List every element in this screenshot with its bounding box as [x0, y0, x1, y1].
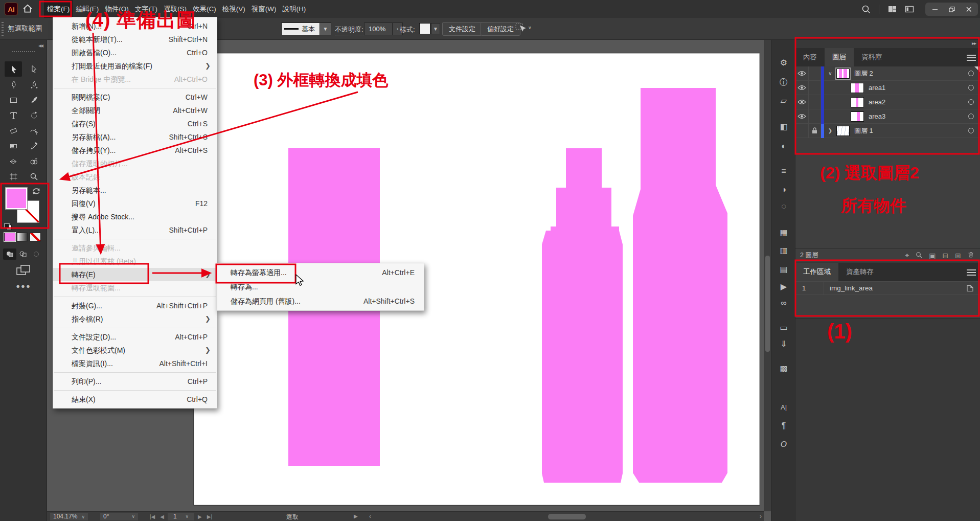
file-menu-item[interactable]: 儲存(S)Ctrl+S — [53, 117, 217, 130]
layer-thumbnail[interactable] — [851, 83, 864, 93]
panel-menu-icon[interactable] — [967, 268, 976, 277]
close-button[interactable] — [960, 3, 977, 15]
workspace-switcher-icon[interactable] — [883, 3, 901, 15]
opacity-field[interactable]: 100% — [364, 22, 393, 35]
chevron-down-icon[interactable]: ▼ — [431, 23, 440, 34]
screen-mode-icon[interactable] — [15, 264, 32, 279]
color-icon[interactable]: ▩ — [771, 362, 796, 375]
shaper-tool[interactable] — [25, 123, 42, 138]
chevron-down-icon[interactable]: ∨ — [824, 71, 836, 76]
type-tool[interactable] — [5, 107, 22, 123]
artboard-page-icon[interactable] — [960, 285, 980, 292]
menubar-item-s[interactable]: 選取(S) — [161, 0, 190, 18]
lock-toggle[interactable] — [809, 66, 821, 81]
export-submenu-item[interactable]: 儲存為網頁用 (舊版)...Alt+Shift+Ctrl+S — [217, 294, 424, 308]
file-menu-item[interactable]: 在 Bridge 中瀏覽...Alt+Ctrl+O — [53, 73, 217, 86]
file-menu-item[interactable]: 搜尋 Adobe Stock... — [53, 210, 217, 223]
file-menu-item[interactable]: 邀請參與編輯... — [53, 241, 217, 255]
restore-button[interactable] — [943, 3, 960, 15]
actions-icon[interactable]: ▶ — [771, 280, 796, 293]
file-menu-item[interactable]: 文件色彩模式(M)❯ — [53, 344, 217, 357]
draw-normal-button[interactable] — [3, 248, 16, 260]
make-clip-mask-icon[interactable]: ▣ — [929, 252, 936, 260]
layer-target-circle[interactable] — [962, 85, 980, 90]
info-icon[interactable]: ⓘ — [771, 76, 796, 89]
previous-artboard-button[interactable]: ◀ — [160, 514, 164, 519]
file-menu-item[interactable]: 打開最近使用過的檔案(F)❯ — [53, 59, 217, 73]
swatches-icon[interactable]: ▦ — [771, 226, 796, 239]
file-menu-item[interactable]: 置入(L)...Shift+Ctrl+P — [53, 223, 217, 237]
file-menu-item[interactable]: 新增(N)...Ctrl+N — [53, 19, 217, 33]
panel-grip[interactable] — [2, 22, 4, 36]
character-icon[interactable]: A| — [771, 401, 796, 414]
horizontal-scrollbar-thumb[interactable] — [548, 514, 586, 519]
draw-behind-button[interactable] — [16, 248, 30, 260]
layer-row[interactable]: area3 — [795, 109, 980, 124]
file-menu-item[interactable]: 指令檔(R)❯ — [53, 312, 217, 326]
layer-thumbnail[interactable] — [851, 97, 864, 107]
next-artboard-button[interactable]: ▶ — [198, 514, 202, 519]
document-arrangement-icon[interactable] — [901, 3, 918, 15]
menubar-item-o[interactable]: 物件(O) — [102, 0, 132, 18]
selection-options-icon[interactable]: ∨ — [515, 22, 532, 33]
stroke-icon[interactable]: ≡ — [771, 165, 796, 178]
layer-name[interactable]: area2 — [864, 98, 962, 106]
style-swatch[interactable] — [419, 23, 430, 34]
menubar-item-t[interactable]: 文字(T) — [132, 0, 161, 18]
status-menu-arrow-icon[interactable]: ▶ — [354, 513, 358, 519]
layer-thumbnail[interactable] — [851, 111, 864, 122]
align-icon[interactable]: ▥ — [771, 244, 796, 257]
opacity-label[interactable]: 不透明度: — [335, 25, 363, 35]
panel-collapse-chevrons[interactable]: ▸▸ — [795, 40, 980, 48]
layer-target-circle[interactable] — [962, 128, 980, 133]
file-menu-item[interactable]: 從範本新增(T)...Shift+Ctrl+N — [53, 33, 217, 46]
selection-tool[interactable] — [5, 61, 22, 77]
swap-fill-stroke-icon[interactable] — [32, 187, 42, 198]
layer-row[interactable]: ❯圖層 1 — [795, 124, 980, 138]
layer-target-circle[interactable] — [962, 99, 980, 105]
horizontal-scrollbar[interactable]: ‹ › — [369, 513, 762, 520]
file-menu-item[interactable]: 轉存選取範圍... — [53, 281, 217, 295]
zoom-tool[interactable] — [25, 169, 42, 184]
layer-thumbnail[interactable] — [836, 126, 850, 136]
file-menu-item[interactable]: 儲存選取的切片... — [53, 157, 217, 170]
visibility-eye-icon[interactable] — [795, 81, 809, 95]
paintbrush-tool[interactable] — [25, 92, 42, 107]
vertical-scrollbar[interactable] — [764, 40, 771, 511]
search-icon[interactable] — [857, 3, 875, 15]
artboard-row[interactable]: 1img_link_area — [795, 281, 980, 295]
home-icon[interactable] — [22, 4, 33, 14]
fill-color-swatch[interactable] — [5, 187, 28, 210]
visibility-eye-icon[interactable] — [795, 66, 809, 81]
file-menu-item[interactable]: 列印(P)...Ctrl+P — [53, 375, 217, 388]
layer-row[interactable]: ∨圖層 2 — [795, 66, 980, 81]
pen-tool[interactable] — [5, 77, 22, 92]
stroke-style-dropdown[interactable]: 基本 ▼ — [281, 22, 332, 35]
canvas-shape-area3[interactable] — [633, 88, 727, 483]
collapse-tools-icon[interactable]: ◂◂ — [38, 42, 42, 49]
direct-selection-tool[interactable] — [25, 61, 42, 77]
artboard-name[interactable]: img_link_area — [824, 284, 960, 292]
eyedropper-tool[interactable] — [25, 138, 42, 153]
file-menu-item[interactable]: 另存新檔(A)...Shift+Ctrl+S — [53, 130, 217, 144]
vertical-scrollbar-thumb[interactable] — [765, 256, 770, 352]
illustrator-logo[interactable]: Ai — [5, 3, 18, 15]
file-menu-item[interactable]: 儲存拷貝(Y)...Alt+Ctrl+S — [53, 144, 217, 157]
file-menu-item[interactable]: 全部關閉Alt+Ctrl+W — [53, 104, 217, 117]
shape-builder-tool[interactable] — [25, 153, 42, 169]
eraser-tool[interactable] — [5, 123, 22, 138]
rotation-field[interactable]: 0°∨ — [100, 513, 138, 520]
zoom-level-field[interactable]: 104.17%∨ — [50, 513, 88, 520]
curvature-tool[interactable] — [25, 77, 42, 92]
first-artboard-button[interactable]: |◀ — [150, 514, 155, 519]
menubar-item-f[interactable]: 檔案(F) — [44, 0, 73, 18]
layer-name[interactable]: area1 — [864, 84, 962, 92]
artboard-tool[interactable] — [5, 169, 22, 184]
gradient-icon[interactable]: ◐ — [771, 140, 796, 153]
layers-tab[interactable]: 內容 — [795, 48, 825, 66]
layers-tab[interactable]: 資料庫 — [854, 48, 890, 66]
chevron-right-icon[interactable]: ❯ — [824, 128, 836, 133]
graphic-styles-icon[interactable]: ▤ — [771, 263, 796, 276]
scroll-right-icon[interactable]: › — [760, 513, 762, 520]
rectangle-tool[interactable] — [5, 92, 22, 107]
